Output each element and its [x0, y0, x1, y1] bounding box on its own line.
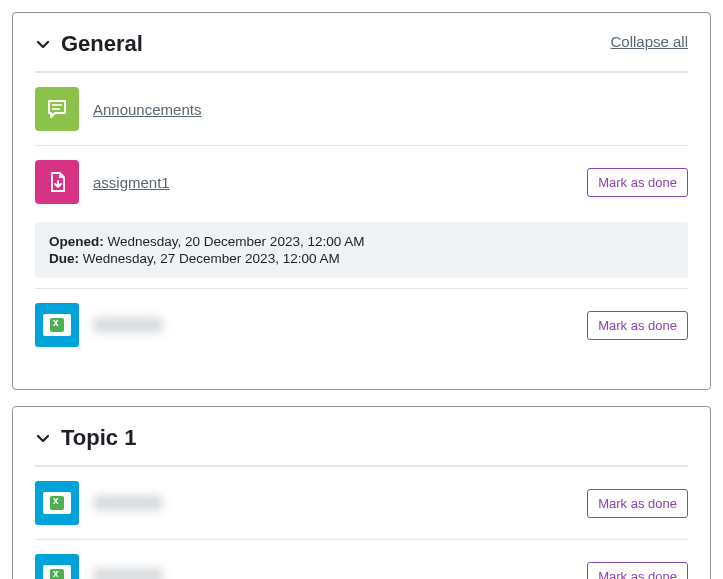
- chevron-down-icon[interactable]: [35, 430, 51, 446]
- mark-done-button[interactable]: Mark as done: [587, 311, 688, 340]
- spreadsheet-icon: [35, 481, 79, 525]
- spreadsheet-icon: [35, 303, 79, 347]
- spreadsheet-icon: [35, 554, 79, 579]
- activity-dates: Opened: Wednesday, 20 December 2023, 12:…: [35, 222, 688, 278]
- due-label: Due:: [49, 251, 79, 266]
- section-header: General Collapse all: [35, 31, 688, 72]
- forum-icon: [35, 87, 79, 131]
- mark-done-button[interactable]: Mark as done: [587, 489, 688, 518]
- activity-link-blurred[interactable]: [93, 495, 163, 511]
- section-header: Topic 1: [35, 425, 688, 466]
- collapse-all-link[interactable]: Collapse all: [610, 33, 688, 50]
- section-title[interactable]: General: [61, 31, 143, 57]
- opened-label: Opened:: [49, 234, 104, 249]
- activity-row: Mark as done: [35, 466, 688, 539]
- assignment-icon: [35, 160, 79, 204]
- activity-row: Mark as done: [35, 539, 688, 579]
- due-value: Wednesday, 27 December 2023, 12:00 AM: [83, 251, 340, 266]
- activity-row: Mark as done: [35, 288, 688, 361]
- section-general: General Collapse all Announcements assig…: [12, 12, 711, 390]
- activity-link-blurred[interactable]: [93, 317, 163, 333]
- activity-row: Announcements: [35, 72, 688, 145]
- section-title[interactable]: Topic 1: [61, 425, 136, 451]
- mark-done-button[interactable]: Mark as done: [587, 168, 688, 197]
- activity-link-announcements[interactable]: Announcements: [93, 101, 201, 118]
- opened-value: Wednesday, 20 December 2023, 12:00 AM: [108, 234, 365, 249]
- activity-row: assigment1 Mark as done: [35, 145, 688, 218]
- section-topic-1: Topic 1 Mark as done Mark as done: [12, 406, 711, 579]
- mark-done-button[interactable]: Mark as done: [587, 562, 688, 580]
- activity-link-assigment1[interactable]: assigment1: [93, 174, 170, 191]
- activity-link-blurred[interactable]: [93, 568, 163, 579]
- chevron-down-icon[interactable]: [35, 36, 51, 52]
